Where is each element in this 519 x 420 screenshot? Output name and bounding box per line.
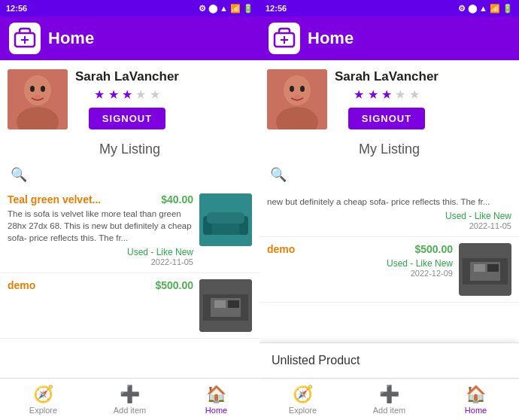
- right-listing-content-1: new but definitely a cheap sofa- price r…: [267, 193, 511, 230]
- r-star3: ★: [381, 88, 392, 101]
- left-nav-explore[interactable]: 🧭 Explore: [0, 379, 86, 420]
- left-profile-section: Sarah LaVancher ★ ★ ★ ★ ★ SIGNOUT: [0, 60, 260, 138]
- left-listing-header-1: Teal green velvet... $40.00: [8, 193, 193, 205]
- left-app-title: Home: [48, 29, 94, 48]
- right-app-bar: Home: [260, 17, 519, 60]
- left-nav-home[interactable]: 🏠 Home: [173, 379, 260, 420]
- svg-rect-18: [228, 300, 239, 308]
- right-battery-icon: 🔋: [502, 4, 513, 14]
- svg-point-7: [41, 86, 45, 92]
- star4: ★: [135, 88, 146, 101]
- left-phone: 12:56 ⚙ ⬤ ▲ 📶 🔋 Home: [0, 0, 260, 420]
- left-search-icon: 🔍: [9, 165, 29, 184]
- right-status-bar: 12:56 ⚙ ⬤ ▲ 📶 🔋: [260, 0, 519, 17]
- right-signout-button[interactable]: SIGNOUT: [348, 108, 425, 129]
- right-my-listing-title: My Listing: [260, 138, 519, 162]
- right-listing-thumb-2: [459, 243, 511, 296]
- left-listing-date-1: 2022-11-05: [8, 257, 193, 266]
- left-listing-name-1: Teal green velvet...: [8, 193, 101, 205]
- left-status-icons: ⚙ ⬤ ▲ 📶 🔋: [199, 4, 253, 14]
- left-stars: ★ ★ ★ ★ ★: [94, 87, 160, 102]
- right-add-icon: ➕: [379, 385, 399, 404]
- right-profile-section: Sarah LaVancher ★ ★ ★ ★ ★ SIGNOUT: [260, 60, 519, 138]
- left-listing-scroll: Teal green velvet... $40.00 The is sofa …: [0, 187, 260, 378]
- right-explore-icon: 🧭: [293, 385, 313, 404]
- wifi-icon: ▲: [220, 4, 228, 13]
- left-listing-thumb-2: [199, 279, 252, 332]
- left-search-bar[interactable]: 🔍: [0, 162, 260, 187]
- svg-point-6: [30, 86, 35, 92]
- left-home-label: Home: [205, 406, 227, 415]
- left-listing-item-1[interactable]: Teal green velvet... $40.00 The is sofa …: [0, 187, 260, 273]
- left-listing-header-2: demo $500.00: [8, 279, 193, 291]
- right-listing-item-2[interactable]: demo $500.00 Used - Like New 2022-12-09: [260, 237, 519, 303]
- left-explore-icon: 🧭: [33, 385, 53, 404]
- right-listing-name-2: demo: [267, 243, 295, 255]
- right-add-label: Add item: [373, 406, 405, 415]
- svg-rect-31: [474, 264, 485, 272]
- left-listing-name-2: demo: [8, 279, 35, 291]
- left-nav-add[interactable]: ➕ Add item: [86, 379, 173, 420]
- left-listing-content-2: demo $500.00: [8, 279, 193, 332]
- right-profile-name: Sarah LaVancher: [335, 69, 439, 84]
- right-nav-add[interactable]: ➕ Add item: [346, 379, 432, 420]
- right-search-icon: 🔍: [269, 165, 288, 184]
- svg-point-27: [294, 95, 300, 98]
- svg-point-25: [290, 86, 294, 92]
- right-home-icon: 🏠: [466, 385, 486, 404]
- left-avatar: [8, 69, 68, 129]
- left-explore-label: Explore: [29, 406, 57, 415]
- signal-icon: 📶: [230, 4, 241, 14]
- left-app-bar: Home: [0, 17, 260, 60]
- left-status-bar: 12:56 ⚙ ⬤ ▲ 📶 🔋: [0, 0, 260, 17]
- right-listing-price-2: $500.00: [414, 243, 453, 255]
- star5: ★: [150, 88, 160, 101]
- settings-icon: ⚙: [199, 4, 206, 14]
- right-unlisted-label: Unlisted Product: [272, 354, 360, 367]
- right-search-bar[interactable]: 🔍: [260, 162, 519, 187]
- right-signal-icon: 📶: [490, 4, 500, 14]
- svg-rect-32: [487, 264, 499, 272]
- star1: ★: [94, 88, 105, 101]
- right-listing-date-2: 2022-12-09: [267, 269, 453, 278]
- right-listing-content-2: demo $500.00 Used - Like New 2022-12-09: [267, 243, 453, 296]
- right-listing-condition-2: Used - Like New: [267, 258, 453, 269]
- right-profile-info: Sarah LaVancher ★ ★ ★ ★ ★ SIGNOUT: [335, 69, 439, 129]
- left-add-label: Add item: [114, 406, 146, 415]
- svg-point-26: [300, 86, 305, 92]
- left-listing-item-2[interactable]: demo $500.00: [0, 273, 260, 339]
- right-listing-header-2: demo $500.00: [267, 243, 453, 255]
- r-star2: ★: [368, 88, 378, 101]
- left-signout-button[interactable]: SIGNOUT: [89, 108, 165, 129]
- right-phone: 12:56 ⚙ ⬤ ▲ 📶 🔋 Home: [260, 0, 519, 420]
- left-listing-content-1: Teal green velvet... $40.00 The is sofa …: [8, 193, 193, 266]
- right-wifi-icon: ▲: [479, 4, 487, 13]
- star3: ★: [122, 88, 132, 101]
- r-star4: ★: [395, 88, 405, 101]
- left-listing-desc-1: The is sofa is velvet like more teal tha…: [8, 208, 193, 244]
- left-logo: [9, 23, 41, 54]
- right-bottom-nav: 🧭 Explore ➕ Add item 🏠 Home: [260, 378, 519, 420]
- right-time: 12:56: [266, 4, 287, 13]
- battery-icon: 🔋: [243, 4, 253, 14]
- r-star1: ★: [354, 88, 364, 101]
- left-profile-info: Sarah LaVancher ★ ★ ★ ★ ★ SIGNOUT: [75, 69, 179, 129]
- right-listing-date-1: 2022-11-05: [267, 221, 511, 230]
- right-unlisted-bar[interactable]: Unlisted Product: [260, 342, 519, 378]
- right-circle-icon: ⬤: [468, 4, 477, 14]
- right-listing-desc-1: new but definitely a cheap sofa- price r…: [267, 196, 511, 208]
- right-nav-explore[interactable]: 🧭 Explore: [260, 379, 346, 420]
- right-avatar: [267, 69, 327, 129]
- right-settings-icon: ⚙: [458, 4, 466, 14]
- circle-icon: ⬤: [208, 4, 217, 14]
- r-star5: ★: [409, 88, 420, 101]
- left-home-icon: 🏠: [206, 385, 226, 404]
- right-status-icons: ⚙ ⬤ ▲ 📶 🔋: [458, 4, 513, 14]
- right-listing-condition-1: Used - Like New: [267, 211, 511, 221]
- left-listing-price-2: $500.00: [155, 279, 193, 291]
- left-bottom-nav: 🧭 Explore ➕ Add item 🏠 Home: [0, 378, 260, 420]
- left-time: 12:56: [6, 4, 27, 13]
- right-nav-home[interactable]: 🏠 Home: [432, 379, 519, 420]
- right-logo: [269, 23, 300, 54]
- right-listing-item-1[interactable]: new but definitely a cheap sofa- price r…: [260, 187, 519, 237]
